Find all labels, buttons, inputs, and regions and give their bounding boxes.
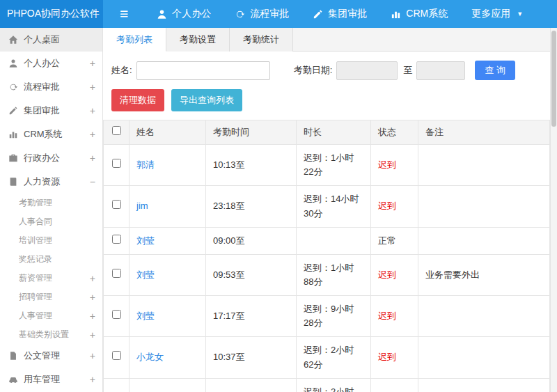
status: 迟到: [371, 296, 418, 337]
employee-name-link[interactable]: 刘莹: [136, 311, 155, 321]
content-area: 姓名: 考勤日期: 至 查 询 清理数据 导出查询列表 姓名 考勤时间: [103, 52, 550, 392]
sidebar-menu: 个人桌面 个人办公 + 流程审批 + 集团审批 + CRM系统 + 行政办公 +…: [0, 28, 102, 391]
row-checkbox-cell: [104, 145, 130, 186]
expand-toggle[interactable]: +: [86, 58, 95, 69]
expand-toggle[interactable]: +: [86, 152, 95, 164]
home-icon: [8, 35, 18, 45]
sidebar-item-recruitment-mgmt[interactable]: 招聘管理 +: [0, 288, 102, 306]
remark: 业务需要外出: [418, 254, 550, 295]
flow-icon: [8, 82, 18, 92]
row-checkbox-cell: [104, 378, 130, 392]
attendance-table: 姓名 考勤时间 时长 状态 备注 郭清 10:13至 迟到：1小时22分 迟到: [103, 120, 550, 392]
row-checkbox[interactable]: [112, 235, 121, 244]
hamburger-menu-icon[interactable]: ≡: [103, 0, 145, 28]
sidebar-item-reward-punishment[interactable]: 奖惩记录: [0, 250, 102, 269]
employee-name-link[interactable]: 刘莹: [136, 235, 155, 246]
expand-toggle[interactable]: +: [86, 129, 95, 140]
employee-name-link[interactable]: 小龙女: [136, 352, 164, 362]
sidebar-item-crm-system[interactable]: CRM系统 +: [0, 123, 102, 146]
export-list-button[interactable]: 导出查询列表: [171, 89, 242, 111]
tab-attendance-stats[interactable]: 考勤统计: [230, 28, 293, 52]
select-all-checkbox[interactable]: [112, 126, 121, 135]
briefcase-icon: [8, 153, 18, 163]
to-label: 至: [403, 64, 412, 77]
nav-group-approval[interactable]: 集团审批: [301, 0, 379, 28]
attendance-time: 23:18至: [206, 186, 297, 227]
nav-workflow-approval[interactable]: 流程审批: [223, 0, 301, 28]
row-checkbox-cell: [104, 337, 130, 378]
expand-toggle[interactable]: +: [86, 311, 95, 322]
sidebar-item-hr[interactable]: 人力资源 −: [0, 170, 102, 194]
expand-toggle[interactable]: +: [86, 329, 95, 340]
sidebar-item-personnel-mgmt[interactable]: 人事管理 +: [0, 306, 102, 325]
row-checkbox[interactable]: [112, 200, 121, 209]
sidebar-item-admin-office[interactable]: 行政办公 +: [0, 146, 102, 170]
expand-toggle[interactable]: +: [86, 350, 95, 361]
sidebar-item-group-approval[interactable]: 集团审批 +: [0, 99, 102, 123]
table-row: 刘莹 09:53至 迟到：1小时88分 迟到 业务需要外出: [104, 254, 550, 295]
expand-toggle[interactable]: +: [86, 273, 95, 284]
expand-toggle[interactable]: +: [86, 292, 95, 303]
remark: [418, 186, 550, 227]
row-checkbox[interactable]: [112, 310, 121, 319]
tab-attendance-list[interactable]: 考勤列表: [103, 28, 166, 52]
caret-down-icon: ▼: [517, 10, 523, 17]
nav-more-apps[interactable]: 更多应用 ▼: [460, 0, 535, 28]
expand-toggle[interactable]: +: [86, 374, 95, 385]
sidebar-item-personal-office[interactable]: 个人办公 +: [0, 52, 102, 75]
sidebar-item-document-mgmt[interactable]: 公文管理 +: [0, 344, 102, 368]
sidebar-item-base-category-settings[interactable]: 基础类别设置 +: [0, 325, 102, 344]
doc-icon: [8, 351, 18, 361]
date-from-input[interactable]: [336, 61, 398, 80]
action-bar: 清理数据 导出查询列表: [103, 88, 550, 120]
employee-name-link[interactable]: 郭清: [136, 159, 155, 170]
attendance-time: 17:17至: [206, 296, 297, 337]
expand-toggle[interactable]: −: [86, 176, 95, 187]
nav-personal-office[interactable]: 个人办公: [145, 0, 223, 28]
remark: [418, 337, 550, 378]
row-checkbox-cell: [104, 254, 130, 295]
table-row: 管理员 10:54至10:54 迟到：2小时90分 早退：7小时10分 迟到/早…: [104, 378, 550, 392]
row-checkbox[interactable]: [112, 351, 121, 360]
clean-data-button[interactable]: 清理数据: [111, 89, 164, 111]
top-header: PHPOA协同办公软件 ≡ 个人办公 流程审批 集团审批 CRM系统 更多应用 …: [0, 0, 557, 28]
expand-toggle[interactable]: +: [86, 81, 95, 93]
attendance-time: 10:37至: [206, 337, 297, 378]
expand-toggle[interactable]: +: [86, 105, 95, 116]
attendance-time: 10:54至10:54: [206, 378, 297, 392]
sidebar-item-personal-desktop[interactable]: 个人桌面: [0, 28, 102, 52]
attendance-time: 10:13至: [206, 145, 297, 186]
header-nav: 个人办公 流程审批 集团审批 CRM系统 更多应用 ▼: [145, 0, 535, 28]
header-duration: 时长: [297, 120, 371, 145]
sidebar-item-training-mgmt[interactable]: 培训管理: [0, 231, 102, 250]
header-time: 考勤时间: [206, 120, 297, 145]
sidebar-item-hr-contract[interactable]: 人事合同: [0, 212, 102, 231]
table-header-row: 姓名 考勤时间 时长 状态 备注: [104, 120, 550, 145]
row-checkbox-cell: [104, 296, 130, 337]
sidebar: 个人桌面 个人办公 + 流程审批 + 集团审批 + CRM系统 + 行政办公 +…: [0, 28, 103, 392]
employee-name-link[interactable]: 刘莹: [136, 269, 155, 280]
status: 迟到: [371, 254, 418, 295]
query-button[interactable]: 查 询: [475, 61, 515, 80]
sidebar-item-salary-mgmt[interactable]: 薪资管理 +: [0, 269, 102, 288]
tab-attendance-settings[interactable]: 考勤设置: [166, 28, 230, 52]
nav-crm-system[interactable]: CRM系统: [379, 0, 460, 28]
sidebar-item-workflow-approval[interactable]: 流程审批 +: [0, 75, 102, 99]
scrollbar-thumb[interactable]: [551, 31, 556, 127]
flow-icon: [235, 9, 245, 19]
name-input[interactable]: [136, 61, 270, 80]
edit-icon: [313, 9, 323, 19]
edit-icon: [8, 106, 18, 116]
date-to-input[interactable]: [416, 61, 465, 80]
chart-icon: [8, 130, 18, 139]
employee-name-link[interactable]: jim: [136, 201, 148, 211]
chart-icon: [391, 9, 401, 19]
sidebar-item-attendance-mgmt[interactable]: 考勤管理: [0, 194, 102, 212]
row-checkbox[interactable]: [112, 159, 121, 168]
attendance-time: 09:00至: [206, 227, 297, 254]
table-row: 郭清 10:13至 迟到：1小时22分 迟到: [104, 145, 550, 186]
row-checkbox[interactable]: [112, 269, 121, 278]
duration: 迟到：2小时62分: [297, 337, 371, 378]
sidebar-item-vehicle-mgmt[interactable]: 用车管理 +: [0, 368, 102, 391]
status: 迟到: [371, 186, 418, 227]
